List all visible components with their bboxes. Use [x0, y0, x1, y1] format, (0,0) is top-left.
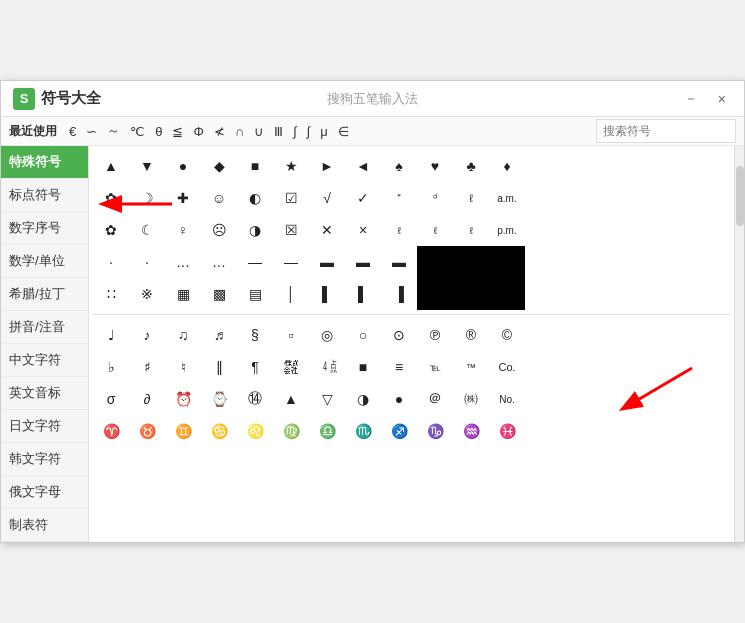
sym-cross[interactable]: ✚: [165, 182, 201, 214]
sym-gear[interactable]: ✿: [93, 214, 129, 246]
minimize-button[interactable]: －: [678, 88, 704, 110]
sym-co[interactable]: Co.: [489, 351, 525, 383]
sym-diamond[interactable]: ◆: [201, 150, 237, 182]
sym-square[interactable]: ■: [237, 150, 273, 182]
sym-circle-dot[interactable]: ⊙: [381, 319, 417, 351]
sym-halfcircle2[interactable]: ◑: [345, 383, 381, 415]
sym-smallsq2[interactable]: ▫: [273, 319, 309, 351]
sym-triangle-up[interactable]: ▲: [93, 150, 129, 182]
sym-frown[interactable]: ☹: [201, 214, 237, 246]
sym-halfblock2[interactable]: ▌: [345, 278, 381, 310]
sidebar-item-chinese[interactable]: 中文字符: [1, 344, 88, 377]
recent-sym-4[interactable]: θ: [151, 123, 166, 140]
recent-sym-10[interactable]: Ⅲ: [270, 123, 287, 140]
sym-circle[interactable]: ●: [165, 150, 201, 182]
search-box[interactable]: 🔍: [596, 119, 736, 143]
recent-sym-11[interactable]: ∫: [289, 123, 301, 140]
sidebar-item-punct[interactable]: 标点符号: [1, 179, 88, 212]
sym-section[interactable]: §: [237, 319, 273, 351]
search-input[interactable]: [603, 124, 745, 138]
sym-dash1[interactable]: —: [237, 246, 273, 278]
sym-zodiac4[interactable]: ♋: [201, 415, 237, 447]
sym-smallsq[interactable]: ＂: [381, 182, 417, 214]
sym-triangle-down[interactable]: ▼: [129, 150, 165, 182]
sym-ellipsis2[interactable]: …: [201, 246, 237, 278]
sym-block2[interactable]: ▬: [345, 246, 381, 278]
sym-tel[interactable]: ℡: [417, 351, 453, 383]
sym-zodiac7[interactable]: ♎: [309, 415, 345, 447]
sym-tm[interactable]: ™: [453, 351, 489, 383]
sym-clock[interactable]: ⏰: [165, 383, 201, 415]
sym-zodiac9[interactable]: ♐: [381, 415, 417, 447]
sym-note1[interactable]: ♩: [93, 319, 129, 351]
sym-zodiac8[interactable]: ♏: [345, 415, 381, 447]
sym-block3[interactable]: ▬: [381, 246, 417, 278]
sym-note2[interactable]: ♪: [129, 319, 165, 351]
recent-sym-7[interactable]: ≮: [210, 123, 229, 140]
sym-at[interactable]: ＠: [417, 383, 453, 415]
sym-flat[interactable]: ♭: [93, 351, 129, 383]
sym-tri-up2[interactable]: ▲: [273, 383, 309, 415]
sym-halfblock4[interactable]: ▐: [417, 278, 453, 310]
sym-zodiac10[interactable]: ♑: [417, 415, 453, 447]
sym-bullseye[interactable]: ◎: [309, 319, 345, 351]
sym-zodiac6[interactable]: ♍: [273, 415, 309, 447]
sym-block1[interactable]: ▬: [309, 246, 345, 278]
sym-grid2[interactable]: ▩: [201, 278, 237, 310]
sym-checkbox-x[interactable]: ☒: [273, 214, 309, 246]
sym-dash2[interactable]: —: [273, 246, 309, 278]
sym-sound[interactable]: ℗: [417, 319, 453, 351]
sym-halfblock1[interactable]: ▌: [309, 278, 345, 310]
sym-mult[interactable]: ×: [345, 214, 381, 246]
close-button[interactable]: ×: [712, 89, 732, 109]
sym-heart[interactable]: ♥: [417, 150, 453, 182]
sym-block5[interactable]: █: [453, 246, 489, 278]
recent-sym-5[interactable]: ≦: [168, 123, 187, 140]
sym-partial[interactable]: ∂: [129, 383, 165, 415]
sidebar-item-greek[interactable]: 希腊/拉丁: [1, 278, 88, 311]
sym-kabushiki[interactable]: ㈱: [453, 383, 489, 415]
sym-smiley[interactable]: ☺: [201, 182, 237, 214]
recent-sym-6[interactable]: Φ: [189, 123, 207, 140]
sym-note4[interactable]: ♬: [201, 319, 237, 351]
sidebar-item-korean[interactable]: 韩文字符: [1, 443, 88, 476]
sym-dot1[interactable]: ·: [93, 246, 129, 278]
sym-club[interactable]: ♣: [453, 150, 489, 182]
scrollbar-thumb[interactable]: [736, 166, 744, 226]
sym-zodiac1[interactable]: ♈: [93, 415, 129, 447]
sym-note3[interactable]: ♫: [165, 319, 201, 351]
sym-halfblock3[interactable]: ▐: [381, 278, 417, 310]
sym-ell[interactable]: ℓ: [453, 182, 489, 214]
recent-sym-3[interactable]: ℃: [126, 123, 149, 140]
sym-dot2[interactable]: ·: [129, 246, 165, 278]
sidebar-item-japanese[interactable]: 日文字符: [1, 410, 88, 443]
sym-blacksq[interactable]: ■: [345, 351, 381, 383]
sym-circle14[interactable]: ⑭: [237, 383, 273, 415]
sym-fullblock[interactable]: █: [489, 278, 525, 310]
sym-fourpoints[interactable]: ∷: [93, 278, 129, 310]
sym-equiv[interactable]: ≡: [381, 351, 417, 383]
sym-ell2[interactable]: ℓ: [381, 214, 417, 246]
recent-sym-13[interactable]: μ: [316, 123, 332, 140]
sym-grid3[interactable]: ▤: [237, 278, 273, 310]
sym-checkmark[interactable]: √: [309, 182, 345, 214]
sym-halfcircle-r[interactable]: ◑: [237, 214, 273, 246]
recent-sym-8[interactable]: ∩: [231, 123, 248, 140]
recent-sym-14[interactable]: ∈: [334, 123, 353, 140]
sym-venus[interactable]: ♀: [165, 214, 201, 246]
sym-double-vline[interactable]: ‖: [201, 351, 237, 383]
sidebar-item-numunit[interactable]: 数学/单位: [1, 245, 88, 278]
sym-reference[interactable]: ※: [129, 278, 165, 310]
sym-kanji2[interactable]: ㍜: [309, 351, 345, 383]
scrollbar-track[interactable]: [734, 146, 744, 542]
sym-zodiac12[interactable]: ♓: [489, 415, 525, 447]
recent-sym-1[interactable]: ∽: [82, 123, 101, 140]
sidebar-item-table[interactable]: 制表符: [1, 509, 88, 542]
sym-no[interactable]: No.: [489, 383, 525, 415]
sym-circle-o[interactable]: ○: [345, 319, 381, 351]
sym-flower[interactable]: ✿: [93, 182, 129, 214]
sym-blackcircle[interactable]: ●: [381, 383, 417, 415]
sidebar-item-pinyin[interactable]: 拼音/注音: [1, 311, 88, 344]
sym-diamond2[interactable]: ♦: [489, 150, 525, 182]
sym-watch[interactable]: ⌚: [201, 383, 237, 415]
